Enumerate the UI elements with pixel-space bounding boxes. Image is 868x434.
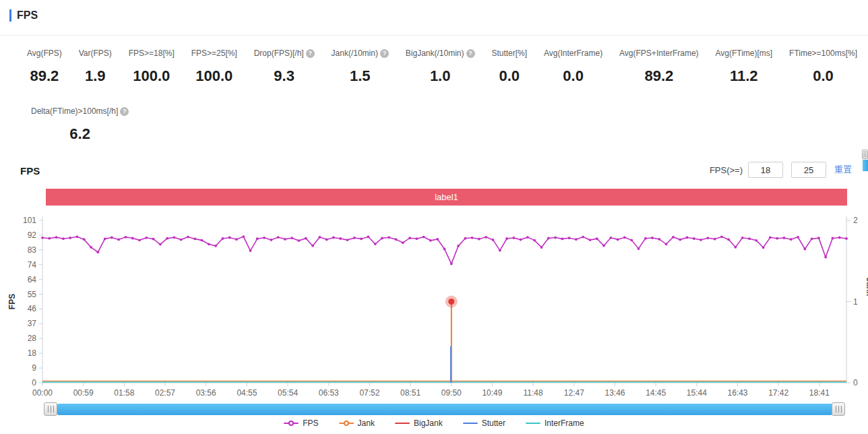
stat-value: 1.5 (350, 67, 371, 85)
svg-text:0: 0 (32, 378, 36, 388)
svg-text:15:44: 15:44 (687, 388, 707, 398)
stat-delta-ftime-100ms-h-: Delta(FTime)>100ms[/h]?6.2 (31, 106, 129, 143)
svg-text:18:41: 18:41 (809, 388, 830, 398)
svg-text:13:46: 13:46 (604, 388, 625, 398)
legend-line-icon (395, 420, 410, 427)
stat-value: 1.9 (85, 67, 106, 85)
stat-label: Delta(FTime)>100ms[/h]? (31, 106, 129, 116)
legend-line-icon (463, 420, 478, 427)
legend-item-bigjank[interactable]: BigJank (395, 418, 443, 428)
stat-value: 0.0 (813, 67, 834, 85)
stat-stutter-: Stutter[%]0.0 (491, 49, 527, 85)
page-title: FPS (17, 9, 38, 22)
legend-line-icon (284, 420, 299, 427)
svg-text:02:57: 02:57 (155, 388, 175, 398)
legend-item-fps[interactable]: FPS (284, 418, 318, 428)
svg-text:09:50: 09:50 (441, 388, 462, 398)
svg-text:18: 18 (28, 348, 37, 358)
reset-link[interactable]: 重置 (834, 164, 852, 176)
svg-text:101: 101 (23, 216, 36, 225)
chart-title: FPS (20, 165, 40, 177)
legend-line-icon (526, 420, 540, 427)
svg-text:46: 46 (28, 304, 37, 313)
svg-text:10:49: 10:49 (482, 388, 502, 398)
help-icon[interactable]: ? (466, 49, 475, 58)
legend-line-icon (339, 420, 354, 427)
legend-item-interframe[interactable]: InterFrame (526, 418, 584, 428)
stat-avg-ftime-ms-: Avg(FTime)[ms]11.2 (715, 49, 772, 85)
stat-value: 100.0 (133, 67, 170, 85)
stat-drop-fps-h-: Drop(FPS)[/h]?9.3 (254, 49, 315, 85)
stat-value: 89.2 (30, 67, 59, 85)
legend-item-stutter[interactable]: Stutter (463, 418, 505, 428)
svg-text:14:45: 14:45 (646, 388, 666, 398)
stat-label: Var(FPS) (79, 49, 112, 58)
legend-label: Stutter (482, 418, 505, 428)
stat-label: BigJank(/10min)? (406, 49, 475, 58)
grip-icon (836, 406, 842, 412)
stat-label: Avg(FTime)[ms] (715, 49, 772, 58)
stat-fps-18-: FPS>=18[%]100.0 (129, 49, 175, 85)
summary-stats-row: Avg(FPS)89.2Var(FPS)1.9FPS>=18[%]100.0FP… (27, 49, 857, 85)
legend-item-jank[interactable]: Jank (339, 418, 375, 428)
stat-value: 1.0 (430, 67, 451, 85)
stat-avg-interframe-: Avg(InterFrame)0.0 (544, 49, 602, 85)
fps-report-page: FPS Avg(FPS)89.2Var(FPS)1.9FPS>=18[%]100… (0, 0, 868, 434)
fps-line-chart[interactable]: 1019283746455463728189021000:0000:5901:5… (0, 210, 868, 400)
stat-fps-25-: FPS>=25[%]100.0 (191, 49, 237, 85)
stat-label: Drop(FPS)[/h]? (254, 49, 315, 58)
svg-text:2: 2 (853, 216, 858, 225)
legend-label: BigJank (414, 418, 443, 428)
svg-text:00:00: 00:00 (32, 388, 53, 398)
help-icon[interactable]: ? (306, 49, 315, 58)
svg-text:06:53: 06:53 (319, 388, 339, 398)
stat-label: Avg(InterFrame) (544, 49, 602, 58)
legend-label: InterFrame (545, 418, 584, 428)
svg-text:9: 9 (32, 363, 36, 373)
summary-stats-row2: Delta(FTime)>100ms[/h]?6.2 (31, 106, 129, 143)
svg-text:55: 55 (28, 290, 37, 299)
svg-text:37: 37 (28, 319, 37, 328)
accent-bar (9, 9, 11, 22)
svg-text:92: 92 (28, 230, 37, 240)
fps-threshold-low-input[interactable] (748, 162, 783, 178)
svg-text:00:59: 00:59 (73, 388, 94, 398)
datazoom-bar[interactable] (57, 404, 832, 415)
vertical-datazoom-bar[interactable] (863, 160, 868, 171)
stat-label: FTime>=100ms[%] (789, 49, 857, 58)
datazoom-right-handle[interactable] (832, 402, 845, 416)
stat-bigjank-10min-: BigJank(/10min)?1.0 (406, 49, 475, 85)
grip-icon (48, 406, 54, 412)
stat-label: Stutter[%] (491, 49, 527, 58)
stat-var-fps-: Var(FPS)1.9 (79, 49, 112, 85)
stat-avg-fps-interframe-: Avg(FPS+InterFrame)89.2 (619, 49, 698, 85)
header-divider (0, 35, 868, 36)
vertical-datazoom-handle[interactable] (862, 150, 868, 159)
stat-jank-10min-: Jank(/10min)?1.5 (332, 49, 389, 85)
fps-threshold-label: FPS(>=) (710, 165, 743, 175)
stat-value: 100.0 (195, 67, 232, 85)
svg-text:04:55: 04:55 (237, 388, 257, 398)
svg-text:05:54: 05:54 (278, 388, 298, 398)
stat-value: 9.3 (274, 67, 294, 85)
svg-text:Jank: Jank (865, 278, 868, 297)
legend-label: Jank (358, 418, 375, 428)
help-icon[interactable]: ? (120, 107, 129, 116)
svg-text:16:43: 16:43 (728, 388, 748, 398)
datazoom-left-handle[interactable] (44, 402, 57, 416)
stat-value: 0.0 (563, 67, 584, 85)
stat-value: 89.2 (644, 67, 673, 85)
stat-value: 11.2 (730, 67, 758, 85)
svg-text:17:42: 17:42 (768, 388, 788, 398)
svg-text:64: 64 (28, 275, 37, 284)
stat-ftime-100ms-: FTime>=100ms[%]0.0 (789, 49, 857, 85)
stat-label: Avg(FPS) (27, 49, 62, 58)
section-header: FPS (9, 9, 38, 22)
stat-value: 0.0 (499, 67, 520, 85)
stat-avg-fps-: Avg(FPS)89.2 (27, 49, 62, 85)
svg-text:0: 0 (853, 378, 858, 388)
fps-threshold-high-input[interactable] (791, 162, 826, 178)
help-icon[interactable]: ? (380, 49, 389, 58)
svg-text:01:58: 01:58 (114, 388, 134, 398)
stat-value: 6.2 (69, 125, 90, 143)
